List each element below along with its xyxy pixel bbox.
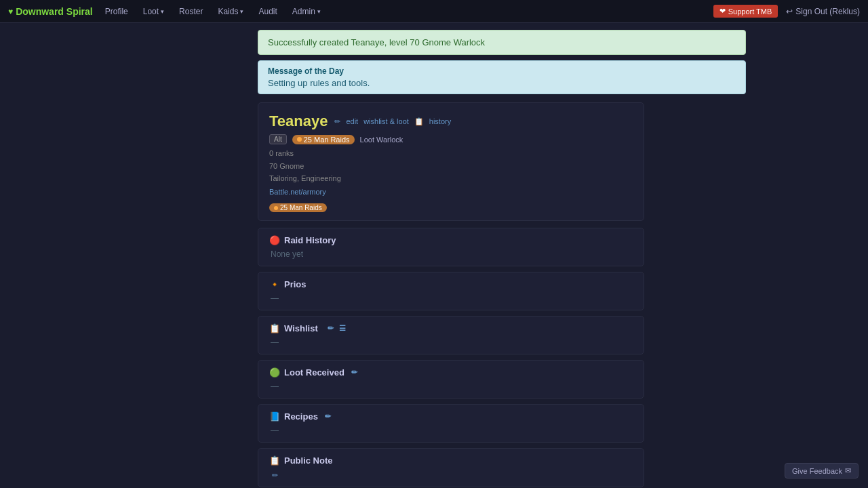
public-note-section: 📋 Public Note ✏ (258, 448, 644, 487)
wishlist-label: Wishlist (284, 323, 318, 333)
nav-audit[interactable]: Audit (256, 5, 279, 18)
alert-area: Successfully created Teanaye, level 70 G… (258, 30, 746, 94)
navbar: ♥ Downward Spiral Profile Loot ▾ Roster … (0, 0, 868, 23)
loot-received-label: Loot Received (284, 367, 344, 378)
alt-badge: Alt (269, 134, 287, 144)
nav-profile[interactable]: Profile (102, 5, 131, 18)
recipes-label: Recipes (284, 411, 318, 422)
brand-name: Downward Spiral (16, 6, 93, 17)
professions-line: Tailoring, Engineering (269, 172, 633, 185)
loot-received-icon: 🟢 (269, 367, 280, 378)
main-container: Teanaye ✏ edit wishlist & loot 📋 history… (258, 94, 644, 488)
recipes-header: 📘 Recipes ✏ (269, 411, 633, 422)
prios-header: 🔸 Prios (269, 279, 633, 289)
history-link[interactable]: history (429, 117, 451, 125)
raids-badge: 25 Man Raids (292, 135, 355, 144)
recipes-empty: — (269, 426, 633, 435)
history-icon: 📋 (414, 117, 424, 126)
character-actions: ✏ edit wishlist & loot 📋 history (334, 117, 451, 126)
prios-icon: 🔸 (269, 279, 280, 289)
edit-icon: ✏ (334, 117, 340, 126)
character-card: Teanaye ✏ edit wishlist & loot 📋 history… (258, 102, 644, 221)
prios-label: Prios (284, 279, 307, 289)
loot-received-empty: — (269, 382, 633, 391)
loot-received-edit-icon[interactable]: ✏ (351, 368, 357, 377)
feedback-label: Give Feedback (792, 467, 842, 475)
wishlist-header: 📋 Wishlist ✏ ☰ (269, 323, 633, 333)
character-header: Teanaye ✏ edit wishlist & loot 📋 history (269, 113, 633, 130)
nav-right: ❤ Support TMB ↩ Sign Out (Reklus) (713, 5, 860, 18)
heart-icon: ❤ (719, 7, 726, 16)
nav-left: ♥ Downward Spiral Profile Loot ▾ Roster … (8, 5, 323, 18)
motd-label: Message of the Day (268, 66, 736, 76)
admin-caret-icon: ▾ (317, 8, 321, 15)
raid-history-empty: None yet (269, 249, 633, 259)
level-race-line: 70 Gnome (269, 160, 633, 173)
nav-roster[interactable]: Roster (176, 5, 205, 18)
ranks-line: 0 ranks (269, 147, 633, 160)
brand-logo[interactable]: ♥ Downward Spiral (8, 6, 93, 17)
prios-section: 🔸 Prios — (258, 272, 644, 310)
wishlist-edit-icon[interactable]: ✏ (328, 324, 334, 333)
public-note-label: Public Note (284, 455, 333, 466)
wishlist-section: 📋 Wishlist ✏ ☰ — (258, 316, 644, 354)
wishlist-icon: 📋 (269, 323, 280, 333)
wishlist-empty: — (269, 338, 633, 347)
sub-raids-dot (274, 206, 278, 210)
motd-message: Setting up rules and tools. (268, 78, 370, 88)
feedback-button[interactable]: Give Feedback ✉ (785, 463, 859, 479)
character-meta: 0 ranks 70 Gnome Tailoring, Engineering (269, 147, 633, 185)
loot-received-section: 🟢 Loot Received ✏ — (258, 360, 644, 399)
character-name: Teanaye (269, 113, 328, 130)
signout-icon: ↩ (786, 7, 793, 16)
prios-empty: — (269, 293, 633, 303)
loot-received-header: 🟢 Loot Received ✏ (269, 367, 633, 378)
signout-button[interactable]: ↩ Sign Out (Reklus) (786, 7, 860, 16)
public-note-edit-icon[interactable]: ✏ (272, 471, 278, 479)
kaids-caret-icon: ▾ (240, 8, 243, 15)
nav-admin[interactable]: Admin ▾ (290, 5, 323, 18)
recipes-edit-icon[interactable]: ✏ (325, 412, 331, 421)
wishlist-list-icon[interactable]: ☰ (339, 324, 346, 333)
raid-history-section: 🔴 Raid History None yet (258, 228, 644, 266)
wishlist-actions: ✏ ☰ (325, 324, 346, 333)
nav-loot[interactable]: Loot ▾ (140, 5, 167, 18)
loot-badge: Loot Warlock (360, 136, 403, 144)
brand-heart-icon: ♥ (8, 7, 13, 16)
armory-link[interactable]: Battle.net/armory (269, 188, 326, 196)
public-note-icon: 📋 (269, 455, 280, 466)
recipes-section: 📘 Recipes ✏ — (258, 404, 644, 443)
raid-history-header: 🔴 Raid History (269, 235, 633, 245)
support-tmb-button[interactable]: ❤ Support TMB (713, 5, 778, 18)
success-message: Successfully created Teanaye, level 70 G… (268, 37, 485, 47)
feedback-icon: ✉ (845, 466, 851, 475)
wishlist-loot-link[interactable]: wishlist & loot (363, 117, 409, 125)
motd-alert: Message of the Day Setting up rules and … (258, 60, 746, 94)
raid-history-label: Raid History (284, 235, 336, 245)
recipes-icon: 📘 (269, 411, 280, 422)
success-alert: Successfully created Teanaye, level 70 G… (258, 30, 746, 55)
sub-raids-badge: 25 Man Raids (269, 203, 327, 212)
edit-link[interactable]: edit (346, 117, 358, 125)
nav-kaids[interactable]: Kaids ▾ (215, 5, 246, 18)
raid-history-icon: 🔴 (269, 235, 280, 245)
public-note-header: 📋 Public Note (269, 455, 633, 466)
raids-dot (297, 137, 302, 142)
character-badges: Alt 25 Man Raids Loot Warlock (269, 134, 633, 144)
loot-caret-icon: ▾ (161, 8, 164, 15)
